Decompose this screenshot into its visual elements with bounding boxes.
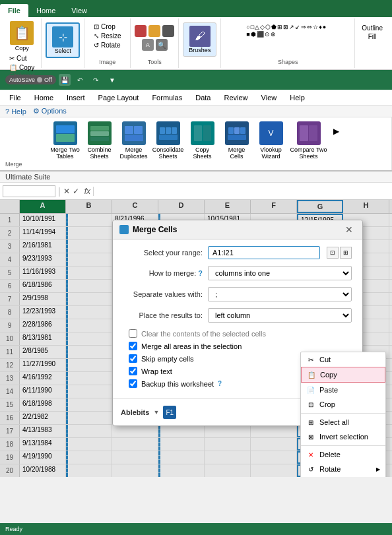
backup-help-icon[interactable]: ? bbox=[218, 380, 222, 387]
name-box[interactable] bbox=[3, 185, 55, 197]
select-group: ⊹ Select bbox=[42, 18, 84, 68]
compare-two-sheets-btn[interactable]: Compare Two Sheets bbox=[289, 120, 329, 161]
merge-cells-btn[interactable]: Merge Cells bbox=[220, 120, 253, 161]
place-results-label: Place the results to: bbox=[123, 311, 203, 319]
menu-data[interactable]: Data bbox=[189, 92, 217, 103]
zoom-tool[interactable]: 🔍 bbox=[156, 39, 168, 51]
range-expand-btn[interactable]: ⊞ bbox=[340, 247, 352, 259]
context-copy[interactable]: 📋 Copy bbox=[301, 367, 385, 383]
dialog-close-button[interactable]: ✕ bbox=[343, 224, 356, 235]
merge-two-tables-btn[interactable]: Merge Two Tables bbox=[49, 120, 82, 161]
fill-button[interactable]: Fill bbox=[366, 32, 379, 41]
menu-home[interactable]: Home bbox=[28, 92, 60, 103]
context-paste[interactable]: 📄 Paste bbox=[301, 383, 385, 397]
clear-contents-checkbox[interactable] bbox=[129, 329, 137, 338]
delete-context-icon: ✕ bbox=[306, 450, 315, 459]
vlookup-wizard-label: Vlookup Wizard bbox=[256, 146, 286, 160]
crop-context-icon: ⊡ bbox=[306, 400, 315, 409]
more-tools-btn[interactable]: ▶ bbox=[330, 120, 343, 137]
consolidate-sheets-label: Consolidate Sheets bbox=[152, 146, 184, 160]
copy-button[interactable]: 📋 Copy bbox=[7, 63, 37, 72]
undo-button[interactable]: ↶ bbox=[73, 75, 86, 85]
context-sep-2 bbox=[301, 445, 385, 446]
brushes-button[interactable]: 🖌 Brushes bbox=[183, 22, 216, 57]
menu-insert[interactable]: Insert bbox=[60, 92, 92, 103]
ablebits-bar: Ultimate Suite bbox=[0, 172, 392, 183]
rotate-button[interactable]: ↺ Rotate bbox=[91, 41, 124, 49]
merge-buttons: Merge Two Tables Combine Sheets bbox=[49, 120, 343, 161]
save-button[interactable]: 💾 bbox=[59, 74, 71, 86]
outline-button[interactable]: Outline bbox=[359, 24, 385, 32]
image-label: Image bbox=[99, 59, 115, 67]
backup-worksheet-checkbox[interactable] bbox=[129, 379, 137, 388]
dialog-footer-left: Ablebits ▼ F1 bbox=[121, 406, 176, 419]
menu-help[interactable]: Help bbox=[283, 92, 311, 103]
place-results-select[interactable]: left column right column top row bbox=[208, 308, 352, 323]
context-select-all[interactable]: ⊞ Select all bbox=[301, 415, 385, 429]
separate-select[interactable]: ; , space bbox=[208, 287, 352, 301]
paste-context-icon: 📄 bbox=[306, 385, 315, 394]
clear-contents-label: Clear the contents of the selected cells bbox=[141, 330, 266, 338]
image-tools-ribbon: 📋 Copy ✂ Cut 📋 Copy Clipboard ⊹ Selec bbox=[0, 17, 392, 70]
menu-file[interactable]: File bbox=[3, 92, 28, 103]
autosave-toggle[interactable]: AutoSave Off bbox=[5, 75, 56, 84]
skip-empty-checkbox[interactable] bbox=[129, 354, 137, 363]
context-resize[interactable]: ⤡ Resize bbox=[301, 476, 385, 477]
menu-review[interactable]: Review bbox=[217, 92, 254, 103]
separate-values-row: Separate values with: ; , space bbox=[123, 287, 352, 301]
options-link[interactable]: ⚙ Options bbox=[33, 107, 67, 115]
copy-sheets-label: Copy Sheets bbox=[187, 146, 218, 160]
range-collapse-btn[interactable]: ⊡ bbox=[327, 247, 339, 259]
consolidate-sheets-btn[interactable]: Consolidate Sheets bbox=[152, 120, 185, 161]
menu-page-layout[interactable]: Page Layout bbox=[92, 92, 146, 103]
resize-button[interactable]: ⤡ Resize bbox=[91, 32, 124, 40]
menu-view[interactable]: View bbox=[255, 92, 284, 103]
copy-sheets-btn[interactable]: Copy Sheets bbox=[186, 120, 219, 161]
top-tab-strip: File Home View bbox=[0, 0, 392, 17]
help-link[interactable]: ? Help bbox=[5, 108, 26, 115]
formula-input[interactable] bbox=[96, 187, 389, 195]
color-picker-tool[interactable]: A bbox=[142, 39, 154, 51]
vlookup-wizard-btn[interactable]: V Vlookup Wizard bbox=[255, 120, 288, 161]
tab-home[interactable]: Home bbox=[28, 4, 63, 17]
combine-sheets-label: Combine Sheets bbox=[84, 146, 115, 160]
wrap-text-checkbox[interactable] bbox=[129, 367, 137, 375]
context-cut[interactable]: ✂ Cut bbox=[301, 352, 385, 367]
merge-group: Merge Two Tables Combine Sheets bbox=[0, 117, 392, 170]
ultimate-suite-label: Ultimate Suite bbox=[5, 173, 50, 181]
status-bar: Ready bbox=[0, 523, 392, 535]
backup-worksheet-label: Backup this worksheet bbox=[141, 380, 214, 388]
redo-button[interactable]: ↷ bbox=[89, 75, 102, 85]
autosave-state: Off bbox=[44, 77, 52, 83]
f1-help-btn[interactable]: F1 bbox=[163, 406, 176, 419]
context-invert-selection[interactable]: ⊠ Invert selection bbox=[301, 429, 385, 444]
select-button[interactable]: ⊹ Select bbox=[46, 22, 80, 58]
context-rotate[interactable]: ↺ Rotate bbox=[301, 462, 385, 476]
ablebits-help-bar: ? Help ⚙ Options bbox=[0, 106, 392, 117]
context-delete[interactable]: ✕ Delete bbox=[301, 447, 385, 462]
menu-formulas[interactable]: Formulas bbox=[145, 92, 189, 103]
cut-button[interactable]: ✂ Cut bbox=[7, 54, 37, 63]
combine-sheets-btn[interactable]: Combine Sheets bbox=[83, 120, 116, 161]
merge-areas-checkbox[interactable] bbox=[129, 342, 137, 350]
tab-file[interactable]: File bbox=[0, 4, 28, 17]
how-to-merge-help[interactable]: ? bbox=[198, 269, 203, 277]
customize-qat[interactable]: ▼ bbox=[105, 75, 119, 85]
how-to-merge-select[interactable]: columns into one rows into one into one … bbox=[208, 266, 352, 280]
marker-tool[interactable] bbox=[148, 25, 160, 37]
confirm-formula[interactable]: ✓ bbox=[73, 187, 79, 196]
crop-button[interactable]: ⊡ Crop bbox=[91, 22, 124, 31]
merge-duplicates-btn[interactable]: Merge Duplicates bbox=[117, 120, 150, 161]
status-text: Ready bbox=[5, 526, 22, 532]
paste-button[interactable]: 📋 Copy bbox=[9, 20, 35, 53]
compare-two-sheets-label: Compare Two Sheets bbox=[290, 146, 327, 160]
toggle-dot bbox=[37, 77, 42, 82]
tab-view[interactable]: View bbox=[63, 4, 95, 17]
eraser-tool[interactable] bbox=[162, 25, 174, 37]
pencil-tool[interactable] bbox=[135, 25, 147, 37]
formula-sep: | bbox=[58, 186, 61, 197]
range-input[interactable] bbox=[208, 246, 320, 259]
cancel-formula[interactable]: ✕ bbox=[63, 187, 70, 196]
ablebits-ribbon: Merge Two Tables Combine Sheets bbox=[0, 117, 392, 172]
context-crop[interactable]: ⊡ Crop bbox=[301, 397, 385, 412]
